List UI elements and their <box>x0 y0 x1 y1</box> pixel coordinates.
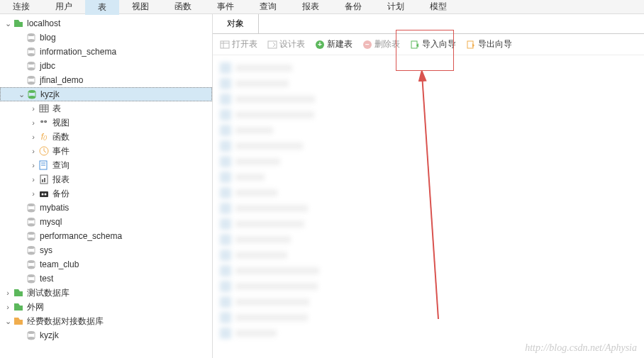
expander-icon[interactable]: › <box>28 132 38 142</box>
db-gray-icon <box>26 259 37 270</box>
top-tabs: 连接用户表视图函数事件查询报表备份计划模型 <box>0 0 644 14</box>
tree-label: 测试数据库 <box>27 287 70 299</box>
svg-point-3 <box>28 53 35 56</box>
export-icon <box>466 40 476 50</box>
svg-rect-23 <box>44 178 45 182</box>
design-table-button[interactable]: 设计表 <box>263 36 309 52</box>
expander-icon[interactable]: ⌄ <box>3 316 13 326</box>
delete-table-button[interactable]: − 删除表 <box>358 36 404 52</box>
top-tab-10[interactable]: 模型 <box>417 0 460 14</box>
fx-icon: f() <box>38 131 50 142</box>
expander-icon[interactable]: › <box>3 288 13 298</box>
expander-icon[interactable]: › <box>28 160 38 170</box>
svg-point-30 <box>28 223 35 226</box>
tree-label: kyzjk <box>40 89 60 99</box>
top-tab-4[interactable]: 函数 <box>162 0 204 14</box>
expander-icon[interactable]: › <box>28 174 38 184</box>
tree-label: mysql <box>40 217 62 227</box>
db-gray-icon <box>26 60 37 72</box>
tree-node-14[interactable]: mysql <box>0 215 212 229</box>
svg-point-1 <box>28 39 35 42</box>
tree-node-10[interactable]: ›查询 <box>0 158 212 172</box>
tree-node-0[interactable]: ⌄localhost <box>0 16 212 30</box>
svg-point-6 <box>28 76 35 79</box>
top-tab-1[interactable]: 用户 <box>43 0 85 14</box>
import-wizard-button[interactable]: 导入向导 <box>406 36 460 52</box>
tree-label: 视图 <box>52 117 70 129</box>
expander-icon[interactable]: ⌄ <box>3 18 13 28</box>
tree-node-6[interactable]: ›表 <box>0 101 212 116</box>
tree-node-15[interactable]: performance_schema <box>0 229 212 243</box>
query-icon <box>38 160 50 171</box>
top-tab-7[interactable]: 报表 <box>289 0 332 14</box>
top-tab-3[interactable]: 视图 <box>119 0 162 14</box>
export-wizard-button[interactable]: 导出向导 <box>462 36 516 52</box>
svg-point-8 <box>28 90 35 93</box>
tree-node-3[interactable]: jdbc <box>0 59 212 73</box>
top-tab-2[interactable]: 表 <box>85 0 119 15</box>
expander-icon <box>16 274 26 284</box>
sidebar-tree: ⌄localhostbloginformation_schemajdbcjfin… <box>0 14 213 358</box>
expander-icon <box>16 203 26 213</box>
tree-node-20[interactable]: ›外网 <box>0 300 212 314</box>
open-table-button[interactable]: 打开表 <box>216 36 262 52</box>
tree-node-13[interactable]: mybatis <box>0 201 212 215</box>
expander-icon[interactable]: › <box>28 146 38 156</box>
new-table-button[interactable]: + 新建表 <box>311 36 357 52</box>
tree-node-5[interactable]: ⌄kyzjk <box>0 87 212 101</box>
expander-icon <box>16 75 26 85</box>
top-tab-9[interactable]: 计划 <box>374 0 417 14</box>
minus-icon: − <box>362 40 372 50</box>
svg-point-31 <box>28 232 35 235</box>
expander-icon[interactable]: › <box>28 118 38 128</box>
table-icon <box>38 103 50 114</box>
svg-point-2 <box>28 47 35 50</box>
svg-rect-22 <box>42 179 43 182</box>
watermark: http://blog.csdn.net/Aphysia <box>525 342 637 354</box>
expander-icon <box>16 231 26 241</box>
tree-node-11[interactable]: ›报表 <box>0 172 212 186</box>
expander-icon[interactable]: › <box>28 104 38 113</box>
tree-node-1[interactable]: blog <box>0 30 212 45</box>
tree-node-8[interactable]: ›f()函数 <box>0 130 212 144</box>
conn-green-icon <box>13 287 24 298</box>
blurred-content <box>220 60 404 358</box>
plus-icon: + <box>315 40 325 50</box>
svg-point-0 <box>28 33 35 36</box>
expander-icon <box>16 217 26 227</box>
tree-node-12[interactable]: ›备份 <box>0 186 212 201</box>
object-tabs: 对象 <box>213 14 644 34</box>
db-gray-icon <box>26 245 37 256</box>
top-tab-5[interactable]: 事件 <box>204 0 247 14</box>
svg-point-38 <box>28 280 35 283</box>
svg-line-17 <box>44 151 46 152</box>
svg-point-27 <box>28 203 35 206</box>
svg-rect-46 <box>467 41 473 48</box>
expander-icon[interactable]: › <box>28 189 38 198</box>
tree-node-22[interactable]: kyzjk <box>0 328 212 342</box>
top-tab-8[interactable]: 备份 <box>332 0 374 14</box>
tree-node-2[interactable]: information_schema <box>0 45 212 59</box>
expander-icon[interactable]: › <box>3 302 13 312</box>
tree-node-16[interactable]: sys <box>0 243 212 257</box>
tree-node-7[interactable]: ›ᵒᵒ视图 <box>0 116 212 130</box>
tree-label: localhost <box>27 18 60 28</box>
tree-node-19[interactable]: ›测试数据库 <box>0 286 212 300</box>
tree-node-9[interactable]: ›事件 <box>0 144 212 158</box>
tree-label: mybatis <box>40 203 69 213</box>
tab-object[interactable]: 对象 <box>213 14 259 33</box>
top-tab-0[interactable]: 连接 <box>0 0 43 14</box>
expander-icon[interactable]: ⌄ <box>16 89 26 99</box>
top-tab-6[interactable]: 查询 <box>247 0 289 14</box>
db-green-icon <box>26 89 38 100</box>
tree-label: information_schema <box>40 47 116 57</box>
svg-point-35 <box>28 260 35 263</box>
tree-node-18[interactable]: test <box>0 272 212 286</box>
tree-node-4[interactable]: jfinal_demo <box>0 73 212 87</box>
svg-point-40 <box>28 337 35 340</box>
tree-node-17[interactable]: team_club <box>0 257 212 272</box>
svg-point-37 <box>28 274 35 277</box>
tree-label: blog <box>40 33 56 43</box>
tree-node-21[interactable]: ⌄经费数据对接数据库 <box>0 314 212 328</box>
tree-label: 事件 <box>52 145 70 157</box>
